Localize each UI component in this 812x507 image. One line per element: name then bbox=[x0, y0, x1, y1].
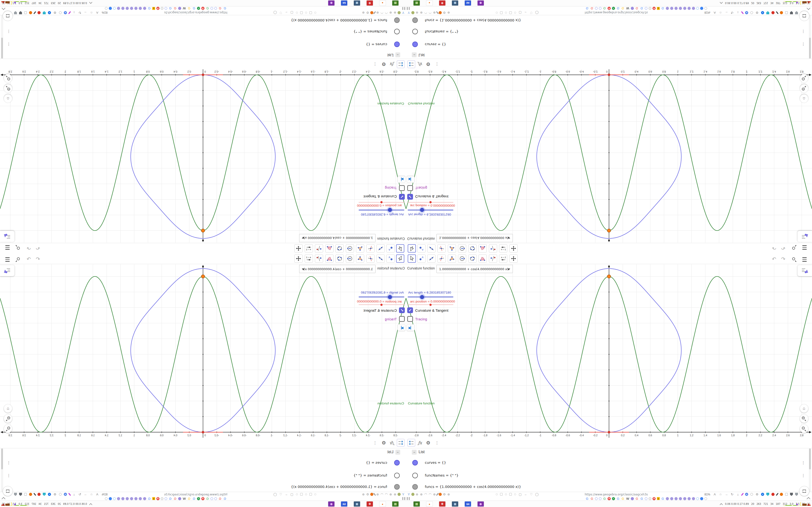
firefox-app-icon[interactable]: ● bbox=[379, 501, 386, 507]
bookmark-favicon[interactable]: G bbox=[585, 7, 589, 10]
bookmark-favicon[interactable]: W bbox=[183, 497, 186, 500]
bookmark-favicon[interactable] bbox=[105, 7, 108, 10]
point-tool[interactable]: A bbox=[417, 244, 425, 252]
add-extension-icon[interactable]: + bbox=[761, 11, 764, 14]
arc-position-point[interactable] bbox=[202, 431, 204, 433]
heart-icon[interactable]: ♡ bbox=[279, 493, 283, 496]
algebra-row[interactable]: curves = {}⋮ bbox=[0, 38, 406, 51]
bookmark-favicon[interactable] bbox=[117, 7, 120, 10]
wrench-icon[interactable] bbox=[436, 493, 439, 496]
globe-icon[interactable]: ⊕ bbox=[415, 493, 419, 496]
bookmark-favicon[interactable] bbox=[113, 497, 116, 500]
gauge-icon[interactable]: ◠ bbox=[385, 11, 388, 14]
fx-view-button[interactable]: ƒx bbox=[388, 439, 396, 447]
monitor-app-icon[interactable]: ▣ bbox=[452, 501, 458, 507]
bookmark-favicon[interactable] bbox=[704, 497, 707, 500]
bookmark-favicon[interactable] bbox=[105, 497, 108, 500]
bookmark-favicon[interactable] bbox=[645, 497, 648, 500]
visibility-toggle[interactable] bbox=[412, 42, 418, 47]
bookmark-favicon[interactable] bbox=[178, 497, 181, 500]
address-bar-url[interactable]: https://www.geogebra.org/classic/aagcxh3… bbox=[159, 493, 232, 496]
dot-extension-icon[interactable] bbox=[398, 11, 401, 14]
highlighter-icon[interactable] bbox=[741, 493, 744, 496]
arc-position-point[interactable] bbox=[202, 74, 204, 76]
box-icon[interactable] bbox=[785, 493, 788, 496]
blocker-icon[interactable] bbox=[38, 11, 41, 14]
indicator-dot-icon[interactable] bbox=[305, 494, 307, 495]
shield-download-icon[interactable]: ↓ bbox=[43, 11, 46, 14]
download-icon[interactable]: ↓ bbox=[72, 11, 76, 14]
mouse-gesture-icon[interactable] bbox=[59, 493, 62, 496]
add-extension-icon[interactable]: + bbox=[761, 493, 764, 496]
circle-icon[interactable]: ◯ bbox=[535, 11, 539, 14]
globe-icon[interactable]: ⊕ bbox=[376, 11, 379, 14]
address-bar-url[interactable]: https://www.geogebra.org/classic/aagcxh3… bbox=[159, 11, 232, 14]
curvature-tangent-checkbox[interactable]: ✓ bbox=[399, 307, 405, 313]
bookmark-favicon[interactable]: Я bbox=[156, 497, 159, 500]
folder-icon[interactable]: ▢ bbox=[290, 493, 294, 496]
play-animation-button[interactable]: ▶▏ bbox=[407, 324, 414, 331]
add-extension-icon[interactable]: + bbox=[48, 493, 51, 496]
page-zoom-badge[interactable]: 81% bbox=[704, 493, 710, 496]
algebra-row[interactable]: curves = {}⋮ bbox=[406, 456, 812, 469]
indicator-box-icon[interactable] bbox=[309, 11, 312, 14]
bookmark-star-icon[interactable]: ☆ bbox=[90, 493, 93, 496]
move-graphics-view-tool[interactable] bbox=[509, 255, 518, 263]
line-tool[interactable] bbox=[427, 244, 436, 252]
bookmark-favicon[interactable] bbox=[674, 7, 678, 10]
move-graphics-view-tool[interactable] bbox=[294, 244, 303, 252]
trash-icon[interactable] bbox=[33, 11, 36, 14]
home-view-button[interactable]: ⌂ bbox=[800, 95, 808, 103]
bookmark-favicon[interactable]: G bbox=[590, 7, 594, 10]
gear-outline-icon[interactable]: ⚙ bbox=[0, 11, 0, 14]
bookmark-favicon[interactable]: i bbox=[161, 7, 163, 10]
play-animation-button[interactable]: ▶▏ bbox=[398, 324, 405, 331]
box-icon[interactable] bbox=[24, 11, 27, 14]
gauge-icon[interactable]: ◠ bbox=[380, 493, 384, 496]
visibility-toggle[interactable] bbox=[412, 17, 418, 23]
bookmark-favicon[interactable]: G bbox=[187, 7, 191, 10]
globe-icon[interactable]: ⊕ bbox=[447, 11, 451, 14]
bookmark-favicon[interactable] bbox=[164, 7, 167, 10]
bookmark-favicon[interactable]: ✓ bbox=[612, 497, 615, 500]
bookmark-favicon[interactable] bbox=[121, 7, 124, 10]
firefox-icon[interactable] bbox=[370, 11, 373, 14]
bookmark-favicon[interactable] bbox=[143, 7, 146, 10]
move-tool[interactable] bbox=[396, 255, 404, 263]
monitor-app-icon[interactable]: ▣ bbox=[354, 501, 360, 507]
firefox-app-icon[interactable]: ● bbox=[379, 0, 386, 6]
bookmark-favicon[interactable]: G bbox=[603, 497, 606, 500]
bookmark-favicon[interactable]: G bbox=[640, 7, 644, 10]
font-size-icon[interactable]: A bbox=[95, 493, 99, 496]
bookmark-favicon[interactable] bbox=[595, 497, 598, 500]
circle-tool[interactable] bbox=[458, 255, 466, 263]
indicator-box-icon[interactable] bbox=[309, 493, 312, 496]
bookmark-favicon[interactable]: W bbox=[626, 497, 629, 500]
indicator-dot-icon[interactable] bbox=[296, 12, 298, 14]
main-menu-button[interactable] bbox=[801, 256, 808, 263]
bookmark-favicon[interactable] bbox=[109, 7, 112, 10]
privacy-shield-icon[interactable] bbox=[14, 493, 17, 496]
dot-extension-icon[interactable] bbox=[411, 11, 414, 14]
funnel-extension-icon[interactable]: Y bbox=[407, 11, 411, 14]
bookmark-favicon[interactable]: ✓ bbox=[612, 7, 615, 10]
search-button[interactable] bbox=[791, 244, 798, 251]
bookmark-favicon[interactable]: i bbox=[161, 497, 163, 500]
zoom-out-button[interactable]: − bbox=[4, 425, 12, 433]
redo-button[interactable]: ↷ bbox=[25, 256, 33, 263]
ublock-shield-icon[interactable] bbox=[19, 493, 22, 496]
chevron-up-icon[interactable] bbox=[720, 503, 723, 506]
visibility-toggle[interactable] bbox=[412, 460, 418, 465]
firefox-app-icon[interactable]: ● bbox=[426, 501, 433, 507]
privacy-shield-icon[interactable] bbox=[795, 493, 798, 496]
visibility-toggle[interactable] bbox=[394, 460, 400, 465]
slider-tool[interactable]: a = 2 bbox=[305, 244, 313, 252]
forward-icon[interactable]: → bbox=[84, 493, 88, 496]
visibility-toggle[interactable] bbox=[394, 17, 400, 23]
bookmark-favicon[interactable]: G bbox=[147, 497, 151, 500]
conic-tool[interactable] bbox=[468, 255, 476, 263]
funnel-extension-icon[interactable]: Y bbox=[401, 493, 405, 496]
bookmark-favicon[interactable] bbox=[645, 7, 648, 10]
ublock-shield-icon[interactable] bbox=[790, 11, 793, 14]
arc-length-slider-thumb[interactable] bbox=[388, 295, 392, 299]
